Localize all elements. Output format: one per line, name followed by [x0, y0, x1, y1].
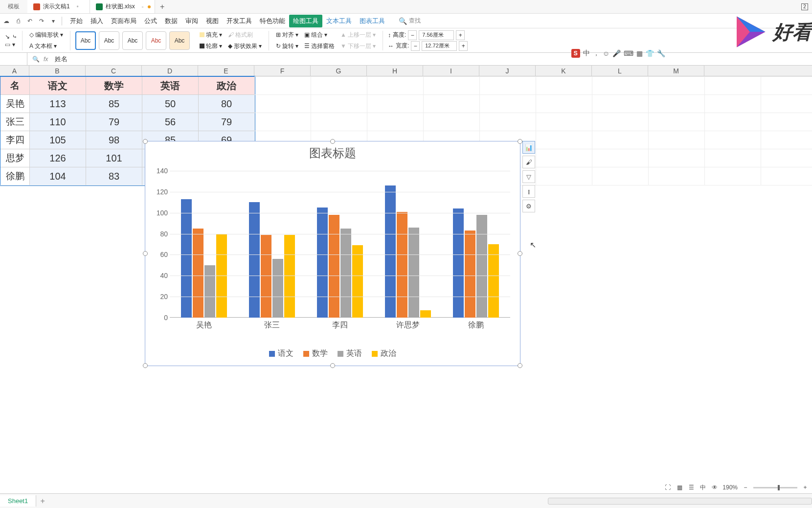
menu-insert[interactable]: 插入: [87, 15, 107, 27]
filter-icon[interactable]: ▽: [522, 170, 535, 183]
tab-text-tools[interactable]: 文本工具: [322, 15, 356, 27]
search-box[interactable]: 🔍 查找: [399, 17, 421, 25]
resize-handle[interactable]: [330, 363, 335, 368]
table-header-cell[interactable]: 政治: [199, 77, 255, 95]
outline-button[interactable]: 轮廓▾: [198, 41, 224, 51]
menu-layout[interactable]: 页面布局: [107, 15, 140, 27]
table-cell[interactable]: 105: [30, 131, 86, 149]
resize-handle[interactable]: [143, 139, 148, 144]
table-cell[interactable]: 101: [86, 149, 142, 167]
page-view-icon[interactable]: ☰: [687, 484, 695, 491]
table-cell[interactable]: 110: [30, 113, 86, 131]
column-header[interactable]: I: [423, 66, 479, 76]
table-header-cell[interactable]: 数学: [86, 77, 142, 95]
column-header[interactable]: D: [142, 66, 198, 76]
fill-button[interactable]: 填充▾: [198, 30, 224, 40]
bar[interactable]: [329, 215, 339, 318]
shape-line-icon[interactable]: ↘: [5, 33, 10, 40]
resize-handle[interactable]: [143, 251, 148, 256]
resize-handle[interactable]: [518, 251, 522, 256]
resize-handle[interactable]: [330, 139, 335, 144]
chart-object[interactable]: 图表标题 020406080100120140 吴艳张三李四许思梦徐鹏 语文数学…: [145, 141, 520, 366]
shape-connector-icon[interactable]: ⤷: [12, 33, 17, 40]
horizontal-scrollbar[interactable]: [548, 498, 812, 505]
add-sheet-button[interactable]: +: [36, 497, 49, 506]
tab-draw-tools[interactable]: 绘图工具: [289, 15, 322, 27]
table-header-cell[interactable]: 英语: [142, 77, 199, 95]
zoom-out-icon[interactable]: −: [742, 484, 749, 491]
bar[interactable]: [204, 265, 215, 318]
chart-element-icon[interactable]: 📊: [522, 141, 535, 154]
bar[interactable]: [385, 185, 396, 318]
table-header-cell[interactable]: 名: [0, 77, 30, 95]
column-header[interactable]: C: [86, 66, 142, 76]
ime-lang-icon[interactable]: 中: [583, 49, 590, 58]
bar[interactable]: [193, 229, 203, 318]
legend-item[interactable]: 数学: [303, 348, 328, 359]
templates-tab[interactable]: 模板: [0, 0, 27, 13]
bar[interactable]: [284, 235, 295, 318]
column-header[interactable]: F: [254, 66, 311, 76]
legend-item[interactable]: 英语: [338, 348, 362, 359]
ime-skin-icon[interactable]: 👕: [646, 49, 654, 57]
column-header[interactable]: J: [479, 66, 536, 76]
table-cell[interactable]: 50: [142, 95, 199, 113]
chart-plot-area[interactable]: 020406080100120140: [170, 171, 510, 318]
menu-view[interactable]: 视图: [202, 15, 223, 27]
notification-badge[interactable]: 2: [801, 3, 808, 10]
chart-type-icon[interactable]: ⫿: [522, 185, 535, 198]
brush-icon[interactable]: 🖌: [522, 156, 535, 168]
group-button[interactable]: ▣组合▾: [302, 30, 337, 40]
spreadsheet-grid[interactable]: ABCDEFGHIJKLM 名语文数学英语政治吴艳113855080张三1107…: [0, 66, 812, 447]
ime-punct-icon[interactable]: ，: [593, 49, 600, 58]
bar-group[interactable]: [245, 171, 299, 318]
zoom-in-icon[interactable]: +: [801, 484, 809, 491]
table-header-cell[interactable]: 语文: [30, 77, 86, 95]
ime-sogou-icon[interactable]: S: [571, 49, 580, 58]
height-increment[interactable]: +: [456, 30, 465, 40]
ime-voice-icon[interactable]: 🎤: [612, 49, 621, 57]
selection-pane-button[interactable]: ☰选择窗格: [302, 41, 337, 51]
shape-style-gallery[interactable]: Abc Abc Abc Abc Abc: [72, 31, 193, 50]
gear-icon[interactable]: ⚙: [522, 200, 535, 212]
tab-spreadsheet[interactable]: 柱状图.xlsx ▫: [90, 0, 155, 13]
table-cell[interactable]: 98: [86, 131, 142, 149]
style-2[interactable]: Abc: [99, 31, 119, 50]
close-icon[interactable]: •: [76, 3, 78, 10]
column-header[interactable]: B: [29, 66, 86, 76]
table-cell[interactable]: 104: [30, 167, 86, 185]
tab-chart-tools[interactable]: 图表工具: [356, 15, 389, 27]
chart-title[interactable]: 图表标题: [145, 141, 520, 161]
more-icon[interactable]: ▾: [49, 17, 58, 25]
zoom-slider[interactable]: [753, 487, 797, 488]
table-cell[interactable]: 79: [199, 113, 255, 131]
shape-more-icon[interactable]: ▾: [12, 41, 17, 48]
ime-keyboard-icon[interactable]: ⌨: [624, 49, 633, 57]
column-header[interactable]: G: [311, 66, 367, 76]
fx-label[interactable]: fx: [44, 56, 48, 63]
grid-view-icon[interactable]: ▦: [676, 484, 683, 491]
fx-search-icon[interactable]: 🔍: [32, 56, 40, 63]
legend-item[interactable]: 政治: [372, 348, 396, 359]
menu-formula[interactable]: 公式: [140, 15, 161, 27]
rotate-button[interactable]: ↻旋转▾: [274, 41, 300, 51]
restore-icon[interactable]: ▫: [141, 3, 143, 10]
print-icon[interactable]: ⎙: [14, 17, 23, 25]
bar-group[interactable]: [381, 171, 435, 318]
style-5[interactable]: Abc: [169, 31, 190, 50]
column-header[interactable]: H: [367, 66, 423, 76]
chart-legend[interactable]: 语文数学英语政治: [145, 348, 520, 359]
tab-presentation[interactable]: 演示文稿1 •: [27, 0, 90, 13]
save-icon[interactable]: ☁: [2, 17, 11, 25]
zoom-level[interactable]: 190%: [722, 484, 738, 491]
column-header[interactable]: M: [648, 66, 704, 76]
menu-dev[interactable]: 开发工具: [223, 15, 256, 27]
ime-emoji-icon[interactable]: ☺: [603, 49, 609, 57]
bar-group[interactable]: [449, 171, 503, 318]
formula-input[interactable]: 姓名: [53, 55, 68, 64]
bar[interactable]: [249, 202, 260, 318]
column-header[interactable]: E: [198, 66, 254, 76]
bar-group[interactable]: [177, 171, 231, 318]
reading-view-icon[interactable]: 中: [699, 484, 707, 491]
menu-start[interactable]: 开始: [66, 15, 87, 27]
